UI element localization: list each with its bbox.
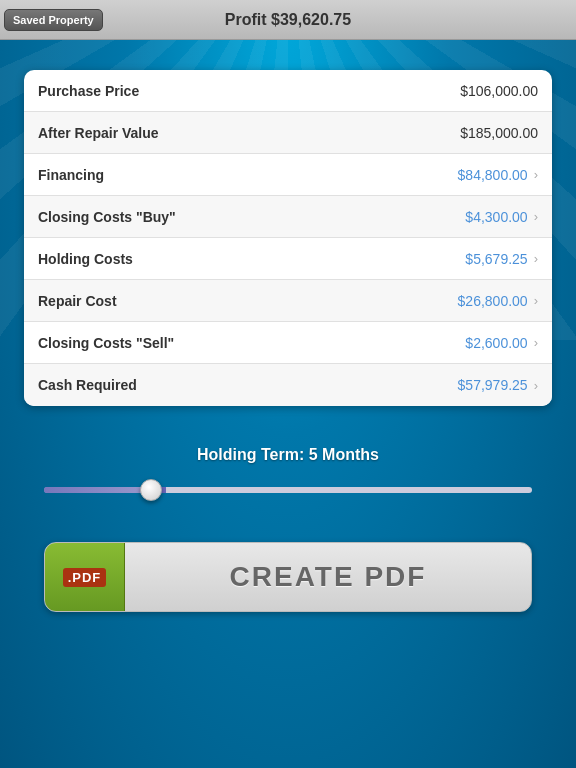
chevron-right-icon: › (534, 167, 538, 182)
table-row[interactable]: Repair Cost$26,800.00› (24, 280, 552, 322)
table-row: Purchase Price$106,000.00 (24, 70, 552, 112)
row-label: Financing (38, 167, 104, 183)
slider-thumb[interactable] (140, 479, 162, 501)
row-value: $26,800.00› (458, 293, 538, 309)
saved-property-button[interactable]: Saved Property (4, 9, 103, 31)
chevron-right-icon: › (534, 251, 538, 266)
row-label: Repair Cost (38, 293, 117, 309)
top-bar: Saved Property Profit $39,620.75 (0, 0, 576, 40)
table-row[interactable]: Holding Costs$5,679.25› (24, 238, 552, 280)
chevron-right-icon: › (534, 209, 538, 224)
create-pdf-button[interactable]: .PDF CREATE PDF (44, 542, 532, 612)
row-label: Holding Costs (38, 251, 133, 267)
row-value: $84,800.00› (458, 167, 538, 183)
slider-container (44, 478, 532, 502)
slider-section: Holding Term: 5 Months (24, 446, 552, 502)
table-row[interactable]: Financing$84,800.00› (24, 154, 552, 196)
main-content: Purchase Price$106,000.00After Repair Va… (0, 40, 576, 628)
slider-track (44, 487, 532, 493)
pdf-section: .PDF CREATE PDF (24, 542, 552, 612)
table-row[interactable]: Closing Costs "Sell"$2,600.00› (24, 322, 552, 364)
header-title: Profit $39,620.75 (225, 11, 351, 29)
row-label: Cash Required (38, 377, 137, 393)
table-row: After Repair Value$185,000.00 (24, 112, 552, 154)
row-value: $57,979.25› (458, 377, 538, 393)
chevron-right-icon: › (534, 378, 538, 393)
row-value: $4,300.00› (465, 209, 538, 225)
chevron-right-icon: › (534, 293, 538, 308)
row-label: After Repair Value (38, 125, 159, 141)
row-label: Closing Costs "Sell" (38, 335, 174, 351)
property-table: Purchase Price$106,000.00After Repair Va… (24, 70, 552, 406)
slider-track-filled (44, 487, 151, 493)
row-value: $2,600.00› (465, 335, 538, 351)
row-value: $106,000.00 (460, 83, 538, 99)
row-label: Purchase Price (38, 83, 139, 99)
table-row[interactable]: Closing Costs "Buy"$4,300.00› (24, 196, 552, 238)
pdf-button-label: CREATE PDF (125, 561, 531, 593)
row-label: Closing Costs "Buy" (38, 209, 176, 225)
row-value: $185,000.00 (460, 125, 538, 141)
pdf-icon-box: .PDF (45, 543, 125, 611)
row-value: $5,679.25› (465, 251, 538, 267)
slider-label: Holding Term: 5 Months (44, 446, 532, 464)
table-row[interactable]: Cash Required$57,979.25› (24, 364, 552, 406)
chevron-right-icon: › (534, 335, 538, 350)
pdf-icon-label: .PDF (63, 568, 107, 587)
